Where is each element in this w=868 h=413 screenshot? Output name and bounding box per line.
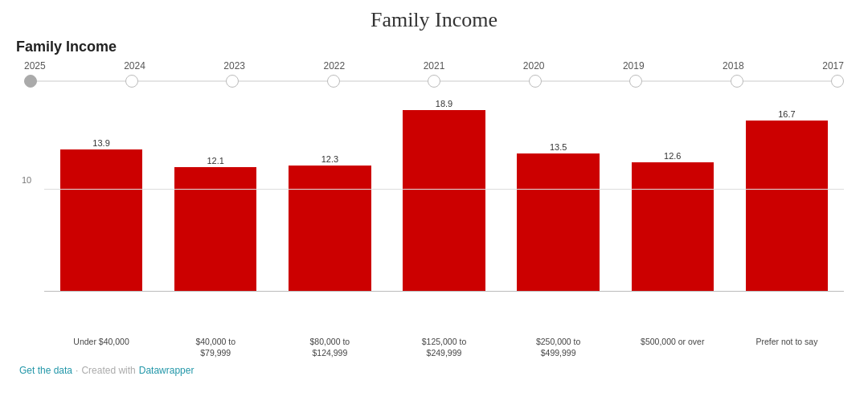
x-axis-label: Under $40,000 [44, 337, 158, 358]
chart-inner: 13.912.112.318.913.512.616.7 10 [44, 99, 844, 292]
page-container: Family Income Family Income 202520242023… [0, 0, 868, 413]
timeline-dot[interactable] [125, 75, 138, 88]
timeline-dot[interactable] [226, 75, 239, 88]
get-data-link[interactable]: Get the data [19, 365, 72, 376]
bar-value-label: 13.5 [550, 142, 567, 152]
timeline-dot[interactable] [731, 75, 743, 88]
timeline-year-label: 2025 [24, 60, 46, 72]
timeline-dot[interactable] [529, 75, 542, 88]
bar-value-label: 18.9 [436, 99, 452, 108]
timeline-dots[interactable] [24, 75, 844, 88]
timeline-year-label: 2017 [822, 60, 844, 72]
main-title: Family Income [16, 8, 852, 32]
x-axis-labels: Under $40,000$40,000 to$79,999$80,000 to… [16, 337, 852, 358]
bar-rect [289, 166, 371, 291]
timeline-year-label: 2021 [424, 60, 445, 72]
footer: Get the data · Created with Datawrapper [16, 365, 852, 376]
timeline-dot[interactable] [24, 75, 37, 88]
chart-area: 13.912.112.318.913.512.616.7 10 [16, 99, 852, 332]
bar-value-label: 12.3 [321, 154, 338, 164]
bar-group: 16.7 [730, 99, 844, 291]
x-axis-label: $40,000 to$79,999 [158, 337, 272, 358]
timeline-year-label: 2023 [223, 60, 245, 72]
timeline-container: 202520242023202220212020201920182017 [16, 60, 852, 88]
timeline-year-label: 2024 [124, 60, 145, 72]
bar-group: 13.5 [502, 99, 616, 291]
x-axis-label: $125,000 to$249,999 [387, 337, 501, 358]
bar-group: 18.9 [387, 99, 501, 291]
bar-group: 12.6 [616, 99, 730, 291]
datawrapper-link[interactable]: Datawrapper [139, 365, 194, 376]
footer-separator: · [76, 365, 78, 376]
section-title: Family Income [16, 39, 852, 55]
timeline-year-label: 2020 [523, 60, 545, 72]
bar-rect [517, 153, 599, 291]
bar-rect [632, 162, 714, 291]
bars-container: 13.912.112.318.913.512.616.7 [44, 99, 844, 291]
timeline-dot[interactable] [327, 75, 340, 88]
y-axis-10-label: 10 [22, 175, 31, 185]
created-with-text: Created with [81, 365, 135, 376]
bar-value-label: 16.7 [778, 109, 795, 119]
bar-group: 13.9 [44, 99, 158, 291]
bar-rect [174, 167, 256, 291]
bar-group: 12.1 [158, 99, 272, 291]
timeline-dot[interactable] [629, 75, 642, 88]
bar-rect [403, 110, 485, 291]
bar-value-label: 13.9 [92, 138, 109, 148]
bar-group: 12.3 [272, 99, 387, 291]
bar-rect [746, 121, 828, 291]
timeline-labels: 202520242023202220212020201920182017 [24, 60, 844, 72]
bar-rect [60, 149, 142, 292]
x-axis-label: $250,000 to$499,999 [502, 337, 616, 358]
timeline-year-label: 2022 [323, 60, 345, 72]
x-axis-label: Prefer not to say [730, 337, 844, 358]
gridline-10 [44, 189, 844, 190]
timeline-dot[interactable] [428, 75, 440, 88]
bar-value-label: 12.1 [207, 156, 224, 166]
timeline-dot[interactable] [831, 75, 844, 88]
x-axis-label: $500,000 or over [616, 337, 730, 358]
timeline-year-label: 2019 [623, 60, 645, 72]
timeline-year-label: 2018 [723, 60, 744, 72]
x-axis-label: $80,000 to$124,999 [272, 337, 387, 358]
bar-value-label: 12.6 [664, 151, 681, 161]
